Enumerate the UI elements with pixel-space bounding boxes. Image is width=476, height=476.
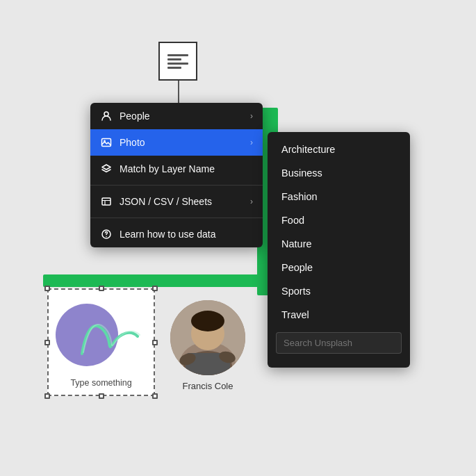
menu-item-photo-label: Photo [120,137,145,148]
handle-ml [44,340,50,345]
portrait-circle [170,300,245,375]
doc-line-1 [167,54,188,56]
svg-point-0 [104,112,108,116]
portrait-label: Francis Cole [183,381,233,391]
category-people[interactable]: People [268,256,410,279]
menu-item-json-label: JSON / CSV / Sheets [120,196,212,207]
layers-icon [100,163,113,175]
menu-item-people[interactable]: People › [90,103,263,129]
svg-rect-3 [102,198,110,205]
connector-line [178,81,179,104]
chevron-right-icon: › [250,111,253,121]
help-icon [100,228,113,240]
menu-item-learn[interactable]: Learn how to use data [90,221,263,247]
doc-line-4 [167,67,181,69]
canvas-workspace: Type something [47,288,155,396]
chevron-right-json-icon: › [250,197,253,206]
category-nature[interactable]: Nature [268,232,410,256]
category-business[interactable]: Business [268,161,410,185]
search-unsplash-input[interactable] [276,332,402,354]
handle-tl [44,286,50,291]
category-architecture-label: Architecture [281,144,335,155]
category-sports[interactable]: Sports [268,279,410,303]
menu-item-learn-label: Learn how to use data [120,229,216,240]
person-icon [100,110,113,122]
handle-tr [152,286,158,291]
handle-bl [44,393,50,399]
menu-item-match-label: Match by Layer Name [120,163,215,174]
handle-bm [99,393,104,399]
main-dropdown-menu: People › Photo › Match by Layer Name [90,103,263,247]
category-travel[interactable]: Travel [268,303,410,327]
type-something-label: Type something [49,378,154,388]
doc-line-2 [167,58,181,60]
svg-point-12 [191,311,224,331]
squiggle-graphic [68,305,148,371]
category-fashion[interactable]: Fashion [268,185,410,208]
document-icon [158,42,197,81]
category-food[interactable]: Food [268,208,410,232]
categories-submenu: Architecture Business Fashion Food Natur… [268,132,410,368]
handle-mr [152,340,158,345]
category-fashion-label: Fashion [281,191,318,202]
category-food-label: Food [281,215,304,226]
menu-divider-1 [90,185,263,186]
menu-divider-2 [90,218,263,218]
green-accent-bottom [43,274,272,287]
doc-line-3 [167,63,188,65]
image-icon [100,136,113,149]
type-something-frame: Type something [47,288,155,396]
menu-item-people-label: People [120,110,150,122]
chevron-right-active-icon: › [250,138,253,147]
handle-br [152,393,158,399]
menu-item-photo[interactable]: Photo › [90,129,263,156]
handle-tm [99,286,104,291]
menu-item-json-csv[interactable]: JSON / CSV / Sheets › [90,188,263,215]
category-sports-label: Sports [281,286,311,297]
francis-cole-element: Francis Cole [170,300,245,391]
category-business-label: Business [281,167,322,179]
selection-border: Type something [47,288,155,396]
category-architecture[interactable]: Architecture [268,138,410,161]
svg-point-7 [106,236,107,238]
category-people-label: People [281,262,313,273]
menu-item-match-layer[interactable]: Match by Layer Name [90,156,263,182]
category-travel-label: Travel [281,309,309,320]
category-nature-label: Nature [281,238,312,249]
person-portrait-svg [170,300,245,375]
data-icon [100,195,113,208]
